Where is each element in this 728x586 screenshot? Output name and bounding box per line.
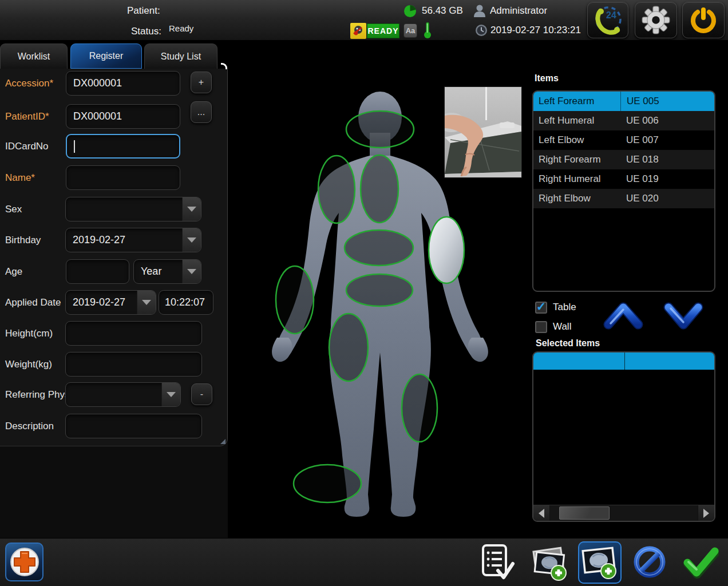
- tab-worklist[interactable]: Worklist: [0, 43, 68, 69]
- id-card-input[interactable]: [66, 134, 180, 159]
- description-label: Description: [5, 414, 54, 438]
- referring-physician-select[interactable]: [65, 382, 181, 407]
- body-region-head[interactable]: [346, 111, 414, 148]
- patient-id-input[interactable]: DX000001: [66, 104, 180, 129]
- items-title: Items: [535, 73, 559, 84]
- item-name: Right Forearm: [533, 150, 620, 169]
- panel-corner-accent: [221, 63, 227, 69]
- birthday-select-arrow[interactable]: [182, 228, 201, 252]
- add-images-icon: [528, 542, 570, 583]
- tab-register[interactable]: Register: [70, 43, 142, 69]
- name-label: Name*: [5, 165, 35, 190]
- body-region-chest[interactable]: [361, 155, 398, 223]
- body-region-right-hand[interactable]: [276, 266, 314, 334]
- confirm-button[interactable]: [682, 543, 719, 581]
- support-24h-button[interactable]: 24: [587, 2, 628, 38]
- selected-items-table: [532, 351, 715, 522]
- sex-select[interactable]: [65, 197, 201, 221]
- item-code: UE 020: [620, 189, 714, 208]
- item-code: UE 019: [620, 169, 714, 189]
- referring-remove-button[interactable]: -: [191, 383, 212, 405]
- body-region-right-shoulder[interactable]: [318, 156, 355, 223]
- applied-date-select[interactable]: 2019-02-27: [65, 290, 156, 315]
- referring-physician-arrow[interactable]: [161, 383, 180, 406]
- move-down-button[interactable]: [663, 300, 704, 331]
- red-cross-icon: [10, 547, 39, 577]
- accession-add-button[interactable]: +: [191, 72, 212, 93]
- weight-input[interactable]: [65, 352, 202, 377]
- table-checkbox[interactable]: ✓: [535, 302, 547, 314]
- selected-items-col1: [533, 353, 625, 370]
- name-input[interactable]: [66, 165, 180, 190]
- body-region-feet[interactable]: [294, 465, 361, 502]
- items-row-right-forearm[interactable]: Right ForearmUE 018: [533, 150, 714, 169]
- settings-button[interactable]: [635, 2, 677, 38]
- table-checkbox-label: Table: [553, 302, 576, 313]
- item-code: UE 006: [620, 111, 714, 130]
- id-card-label: IDCardNo: [5, 134, 49, 159]
- items-row-left-elbow[interactable]: Left ElbowUE 007: [533, 130, 714, 150]
- body-region-right-thigh[interactable]: [329, 314, 368, 381]
- power-button[interactable]: [682, 2, 725, 38]
- items-row-right-elbow[interactable]: Right ElbowUE 020: [533, 189, 714, 208]
- register-form-panel: Accession* DX000001 + PatientID* DX00000…: [0, 69, 228, 538]
- body-region-left-forearm[interactable]: [429, 217, 464, 283]
- patient-browse-button[interactable]: ...: [191, 101, 212, 123]
- accession-input[interactable]: DX000001: [66, 71, 180, 96]
- birthday-label: Birthday: [5, 228, 41, 252]
- height-input[interactable]: [65, 321, 202, 346]
- age-unit-select[interactable]: Year: [133, 259, 201, 284]
- phone-24-icon: 24: [593, 5, 623, 35]
- item-code: UE 007: [620, 130, 714, 150]
- cancel-button[interactable]: [633, 545, 666, 579]
- patient-form-box: Accession* DX000001 + PatientID* DX00000…: [0, 69, 228, 446]
- user-name: Administrator: [490, 5, 547, 17]
- height-label: Height(cm): [5, 321, 53, 346]
- scroll-right-button[interactable]: [698, 505, 714, 521]
- selected-items-title: Selected Items: [536, 338, 600, 349]
- items-panel: Items Left ForearmUE 005Left HumeralUE 0…: [529, 72, 721, 532]
- body-region-pelvis[interactable]: [346, 274, 413, 306]
- scrollbar-thumb[interactable]: [559, 506, 610, 520]
- items-row-right-humeral[interactable]: Right HumeralUE 019: [533, 169, 714, 189]
- horizontal-scrollbar[interactable]: [533, 505, 714, 521]
- applied-time-input[interactable]: 10:22:07: [159, 290, 213, 315]
- selected-items-header: [533, 353, 714, 370]
- item-name: Left Elbow: [533, 130, 620, 150]
- applied-date-label: Applied Date: [5, 290, 61, 315]
- move-up-button[interactable]: [603, 300, 644, 331]
- confirm-check-icon: [682, 543, 719, 581]
- patient-label: Patient:: [127, 5, 160, 17]
- add-series-button[interactable]: [528, 542, 570, 583]
- age-input[interactable]: [66, 259, 129, 284]
- description-input[interactable]: [65, 414, 202, 438]
- body-map-panel: [229, 69, 527, 537]
- emergency-patient-button[interactable]: [5, 543, 43, 581]
- scroll-left-button[interactable]: [533, 505, 550, 521]
- scrollbar-track[interactable]: [550, 505, 698, 521]
- datetime-value: 2019-02-27 10:23:21: [490, 25, 581, 36]
- bottom-toolbar: [0, 538, 728, 586]
- body-region-abdomen[interactable]: [345, 230, 413, 266]
- positioning-guide-thumbnail[interactable]: [445, 87, 521, 177]
- resize-grip[interactable]: [220, 439, 225, 444]
- accession-label: Accession*: [5, 71, 53, 96]
- generator-ready-badge: READY: [367, 23, 399, 38]
- chevron-down-icon: [142, 300, 151, 305]
- app-window: Patient: Status: Ready 56.43 GB Administ…: [0, 0, 728, 586]
- wall-checkbox[interactable]: [535, 321, 547, 333]
- sex-select-arrow[interactable]: [182, 197, 201, 221]
- add-image-button-active[interactable]: [578, 541, 622, 584]
- body-region-left-knee[interactable]: [402, 374, 437, 442]
- items-row-left-forearm[interactable]: Left ForearmUE 005: [533, 92, 714, 111]
- font-size-button[interactable]: Aa: [403, 23, 417, 38]
- items-row-left-humeral[interactable]: Left HumeralUE 006: [533, 111, 714, 130]
- item-code: UE 018: [620, 150, 714, 169]
- applied-date-arrow[interactable]: [137, 291, 156, 314]
- sex-label: Sex: [5, 197, 22, 221]
- age-unit-arrow[interactable]: [182, 260, 201, 283]
- tab-study-list[interactable]: Study List: [144, 43, 217, 69]
- exam-list-button[interactable]: [478, 543, 515, 582]
- top-status-bar: Patient: Status: Ready 56.43 GB Administ…: [0, 0, 728, 41]
- birthday-select[interactable]: 2019-02-27: [65, 228, 201, 252]
